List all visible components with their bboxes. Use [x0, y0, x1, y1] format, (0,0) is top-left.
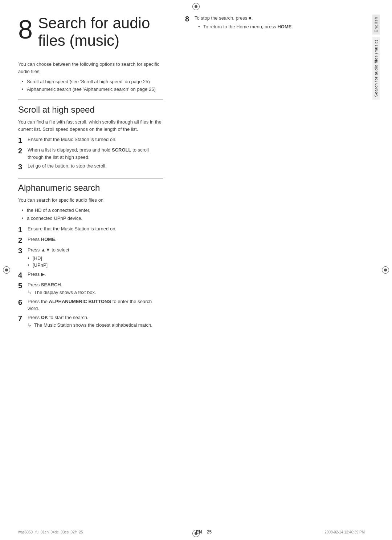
- step-1-2: 2 When a list is displayed, press and ho…: [18, 146, 163, 161]
- step-8: 8 To stop the search, press ■. To return…: [185, 15, 365, 31]
- reg-mark-right: [382, 266, 389, 274]
- footer-left: was6050_ifu_01en_04de_03es_02fr_25: [18, 530, 83, 534]
- section2-bullets: the HD of a connected Center, a connecte…: [22, 207, 163, 222]
- step-2-7: 7 Press OK to start the search. The Musi…: [18, 314, 163, 329]
- step-8-bullet-1: To return to the Home menu, press HOME.: [198, 23, 365, 31]
- step-num-1-2: 2: [18, 146, 28, 155]
- step-num-2-4: 4: [18, 271, 28, 279]
- step-content-2-4: Press ▶.: [28, 271, 163, 278]
- step-num-8: 8: [185, 15, 195, 23]
- step-content-2-1: Ensure that the Music Station is turned …: [28, 225, 163, 233]
- reg-mark-left: [3, 266, 10, 274]
- footer-page: EN 25: [196, 529, 212, 535]
- section1-title: Scroll at high speed: [18, 105, 163, 115]
- step-2-5-arrow: The display shows a text box.: [28, 289, 163, 296]
- section2-title: Alphanumeric search: [18, 183, 163, 193]
- section1-divider: [18, 100, 163, 100]
- main-content: 8 Search for audiofiles (music) You can …: [18, 15, 365, 518]
- step-num-2-3: 3: [18, 246, 28, 255]
- step-num-1-1: 1: [18, 136, 28, 145]
- step-2-3-sub: [HD] [UPnP]: [28, 255, 163, 269]
- section1-steps: 1 Ensure that the Music Station is turne…: [18, 136, 163, 171]
- step-2-5: 5 Press SEARCH. The display shows a text…: [18, 281, 163, 296]
- section2-steps: 1 Ensure that the Music Station is turne…: [18, 225, 163, 329]
- step-num-2-6: 6: [18, 298, 28, 307]
- step-2-7-arrow: The Music Station shows the closest alph…: [28, 322, 163, 329]
- step-content-2-7: Press OK to start the search. The Music …: [28, 314, 163, 329]
- footer-en-label: EN: [196, 529, 202, 535]
- footer-right: 2008-02-14 12:40:39 PM: [324, 530, 365, 534]
- step-content-2-3: Press ▲▼ to select [HD] [UPnP]: [28, 246, 163, 269]
- step-8-main: To stop the search, press ■.: [195, 15, 253, 21]
- right-sidebar: English Search for audio files (music): [371, 15, 381, 525]
- chapter-title: Search for audiofiles (music): [38, 15, 163, 50]
- step-content-1-2: When a list is displayed, press and hold…: [28, 146, 163, 161]
- footer-page-num: 25: [207, 529, 212, 535]
- section2-bullet-2: a connected UPnP device.: [22, 215, 163, 222]
- step-content-2-2: Press HOME.: [28, 236, 163, 243]
- step-num-1-3: 3: [18, 162, 28, 171]
- intro-bullet-2: Alphanumeric search (see 'Alphanumeric s…: [22, 86, 163, 93]
- intro-bullets: Scroll at high speed (see 'Scroll at hig…: [22, 78, 163, 93]
- step-2-1: 1 Ensure that the Music Station is turne…: [18, 225, 163, 234]
- step-content-2-6: Press the ALPHANUMERIC BUTTONS to enter …: [28, 298, 163, 312]
- step-content-2-5: Press SEARCH. The display shows a text b…: [28, 281, 163, 296]
- intro-text: You can choose between the following opt…: [18, 61, 163, 75]
- step-content-8: To stop the search, press ■. To return t…: [195, 15, 365, 31]
- intro-bullet-1: Scroll at high speed (see 'Scroll at hig…: [22, 78, 163, 85]
- step-2-2: 2 Press HOME.: [18, 236, 163, 245]
- section2-divider: [18, 178, 163, 178]
- step-num-2-1: 1: [18, 225, 28, 234]
- step-2-4: 4 Press ▶.: [18, 271, 163, 279]
- step-2-3-sub-2: [UPnP]: [28, 262, 163, 269]
- step-num-2-2: 2: [18, 236, 28, 245]
- step-1-1: 1 Ensure that the Music Station is turne…: [18, 136, 163, 145]
- step-8-bullets: To return to the Home menu, press HOME.: [198, 23, 365, 31]
- step-content-1-3: Let go of the button, to stop the scroll…: [28, 162, 163, 170]
- footer: was6050_ifu_01en_04de_03es_02fr_25 EN 25…: [18, 529, 365, 535]
- chapter-heading: 8 Search for audiofiles (music): [18, 15, 163, 50]
- section2-intro: You can search for specific audio files …: [18, 197, 163, 204]
- step-2-6: 6 Press the ALPHANUMERIC BUTTONS to ente…: [18, 298, 163, 312]
- step-2-3: 3 Press ▲▼ to select [HD] [UPnP]: [18, 246, 163, 269]
- step-num-2-5: 5: [18, 281, 28, 290]
- reg-mark-top: [192, 3, 200, 10]
- right-column: 8 To stop the search, press ■. To return…: [174, 15, 365, 518]
- step-1-3: 3 Let go of the button, to stop the scro…: [18, 162, 163, 171]
- section1-description: You can find a file with fast scroll, wh…: [18, 118, 163, 133]
- step-content-1-1: Ensure that the Music Station is turned …: [28, 136, 163, 143]
- step-num-2-7: 7: [18, 314, 28, 323]
- sidebar-english-label: English: [372, 15, 380, 35]
- chapter-number: 8: [18, 16, 33, 43]
- section2-bullet-1: the HD of a connected Center,: [22, 207, 163, 214]
- sidebar-section-label: Search for audio files (music): [372, 37, 380, 100]
- left-column: 8 Search for audiofiles (music) You can …: [18, 15, 174, 518]
- step-2-3-sub-1: [HD]: [28, 255, 163, 262]
